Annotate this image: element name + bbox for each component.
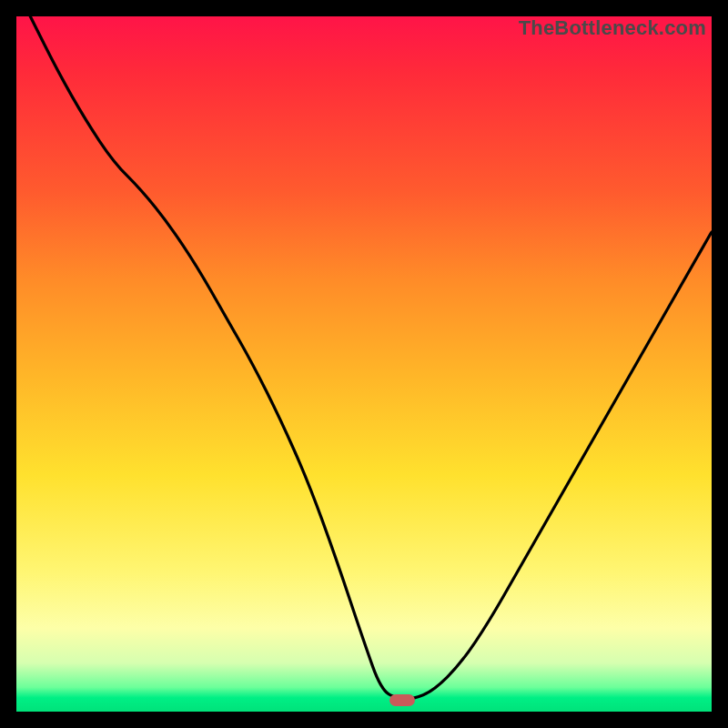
bottleneck-curve [16,16,712,712]
optimal-marker [389,694,415,706]
curve-path [30,16,712,699]
plot-area: TheBottleneck.com [16,16,712,712]
chart-frame: TheBottleneck.com [0,0,728,728]
